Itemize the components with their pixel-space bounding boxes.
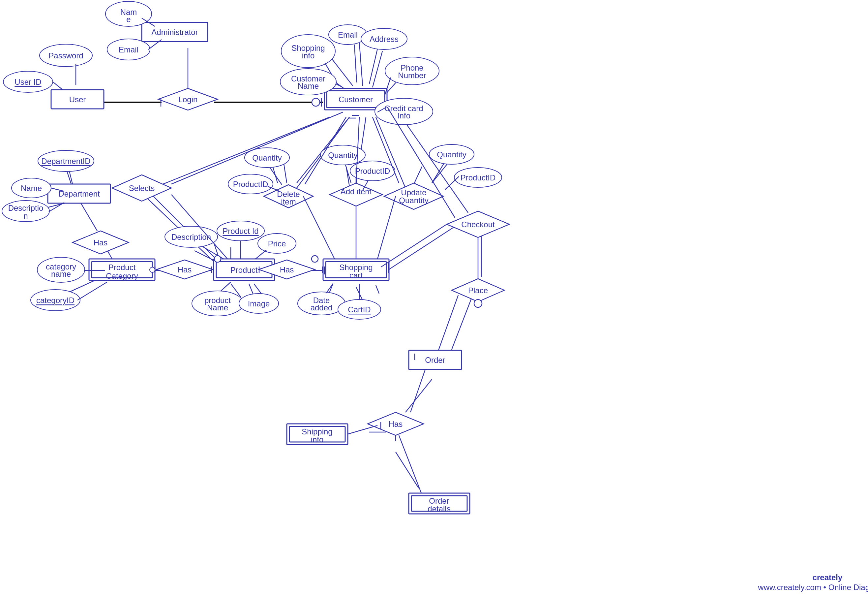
dept-desc-label: Descriptio [8,203,43,212]
svg-line-79 [172,112,343,184]
prod-id-label: Product Id [222,227,258,236]
svg-line-73 [273,167,278,183]
place-label: Place [468,286,488,295]
date-added-label2: added [311,303,333,312]
user-id-label: User ID [15,77,41,86]
svg-point-108 [214,255,221,262]
svg-line-53 [53,82,63,90]
svg-line-24 [387,224,458,270]
prod-name-label2: Name [207,303,228,312]
has-prod-label: Has [280,265,294,274]
add-item-label: Add item [341,187,372,196]
order-details-label: Order [429,496,449,505]
has-order-label: Has [389,420,403,428]
svg-line-44 [283,162,287,183]
svg-line-87 [381,224,447,267]
delete-item-label2: item [281,197,296,206]
customer-name-label2: Name [298,82,319,91]
product-category-label2: Category [106,272,138,281]
add-product-id-label: ProductID [355,166,390,175]
svg-line-90 [438,295,458,350]
login-label: Login [178,95,198,104]
add-quantity-label: Quantity [328,151,357,160]
shopping-cart-label2: cart [350,271,363,280]
svg-point-107 [474,300,482,307]
shipping-info-label: Shipping [302,427,332,436]
svg-line-93 [399,435,421,493]
watermark-brand: creately [813,573,843,582]
credit-card-label2: Info [397,111,410,120]
update-quantity-label2: Quantity [399,196,428,205]
order-label: Order [425,356,445,364]
admin-email-label: Email [118,45,138,54]
upd-product-id-label: ProductID [461,173,496,182]
dept-name-label: Name [21,184,42,193]
svg-line-58 [369,49,378,84]
svg-line-63 [49,202,64,212]
product-category-label: Product [108,263,136,272]
svg-line-9 [373,51,382,88]
shopping-cart-label: Shopping [339,263,373,272]
phone-number-label2: Number [398,71,426,80]
svg-line-68 [255,250,267,259]
cart-id-label: CartID [348,305,370,314]
svg-line-43 [376,285,379,294]
svg-line-70 [249,284,253,294]
svg-line-56 [336,84,343,88]
admin-name-label2: e [126,15,130,24]
svg-line-8 [359,43,363,86]
image-label: Image [248,299,270,308]
dept-id-label: DepartmentID [41,157,90,166]
update-quantity-label: Update [401,188,426,197]
svg-line-86 [378,196,395,259]
user-label: User [69,95,86,104]
svg-line-65 [77,282,107,300]
svg-line-57 [354,45,357,82]
department-label: Department [58,189,100,198]
product-label: Product [230,266,258,275]
has-cat-label: Has [178,265,192,274]
cat-name-label2: name [51,269,71,278]
svg-line-92 [348,425,378,434]
shipping-info-label2: info [311,435,324,444]
dept-desc-label2: n [24,211,28,220]
svg-line-28 [406,379,432,412]
selects-label: Selects [129,184,155,193]
svg-point-99 [150,267,155,272]
administrator-label: Administrator [151,28,198,37]
watermark-url: www.creately.com • Online Diagrammer [758,583,868,592]
del-product-id-label: ProductID [233,180,268,189]
upd-quantity-label: Quantity [437,150,466,159]
address-label: Address [370,35,398,43]
customer-email-label: Email [338,30,358,39]
cat-id-label: categoryID [36,296,74,305]
del-quantity-label: Quantity [252,153,281,162]
customer-label: Customer [339,95,373,104]
svg-point-94 [312,98,320,106]
password-label: Password [49,51,83,60]
svg-line-77 [432,164,447,183]
svg-line-69 [221,282,231,291]
price-label: Price [268,239,286,248]
order-details-label2: details [428,504,450,513]
checkout-label: Checkout [461,220,495,229]
shopping-info-label2: info [302,51,315,60]
svg-point-109 [311,255,318,262]
svg-line-49 [432,162,445,183]
has-dept-label: Has [93,238,108,247]
svg-line-84 [303,196,335,259]
